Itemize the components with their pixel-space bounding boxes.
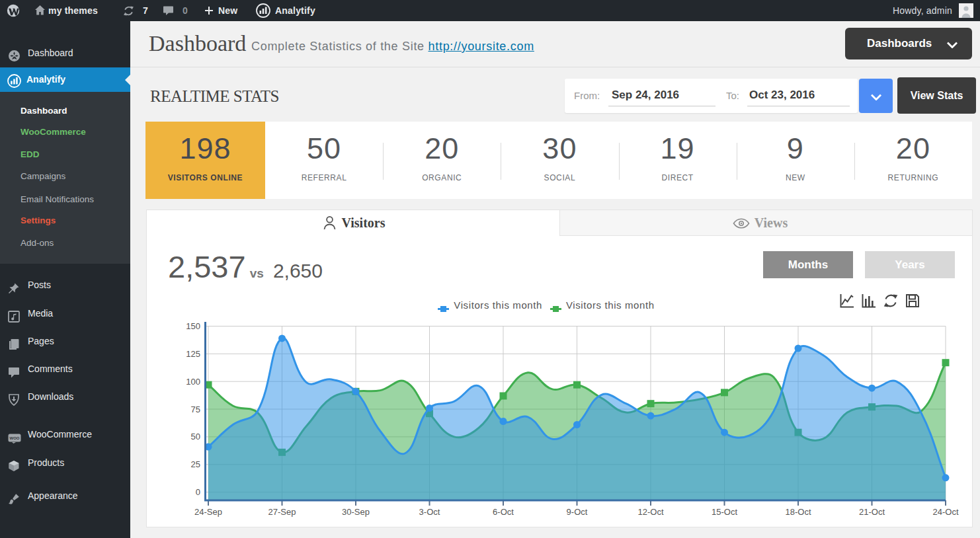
svg-text:15-Oct: 15-Oct [712,507,737,517]
svg-text:3-Oct: 3-Oct [419,507,440,517]
svg-text:30-Sep: 30-Sep [342,507,370,517]
svg-text:24-Sep: 24-Sep [194,507,222,517]
svg-text:150: 150 [186,321,200,331]
svg-text:12-Oct: 12-Oct [637,507,663,517]
svg-text:9-Oct: 9-Oct [567,507,588,517]
svg-text:0: 0 [196,487,200,497]
svg-text:25: 25 [191,459,200,469]
svg-text:6-Oct: 6-Oct [493,507,514,517]
svg-text:50: 50 [191,432,200,442]
svg-text:27-Sep: 27-Sep [268,507,296,517]
svg-text:WOO: WOO [10,436,20,440]
svg-text:21-Oct: 21-Oct [859,507,885,517]
svg-text:125: 125 [186,349,200,359]
svg-text:75: 75 [191,404,200,414]
svg-text:24-Oct: 24-Oct [932,507,958,517]
svg-text:100: 100 [186,377,200,387]
svg-text:18-Oct: 18-Oct [785,507,811,517]
